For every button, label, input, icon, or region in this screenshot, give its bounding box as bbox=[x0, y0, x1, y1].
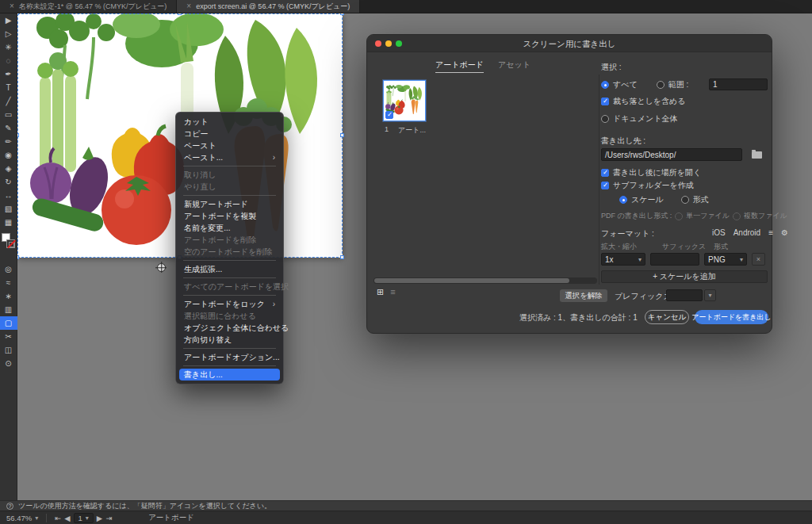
selection-handle[interactable] bbox=[340, 255, 344, 259]
zoom-control[interactable]: 56.47% ▾ bbox=[6, 514, 38, 522]
zoom-tool[interactable]: ⊙ bbox=[0, 357, 17, 370]
menu-item[interactable]: 取り消し › bbox=[176, 169, 283, 181]
horizontal-scrollbar[interactable] bbox=[373, 277, 597, 284]
create-subfolders-checkbox[interactable] bbox=[601, 182, 609, 189]
radio-format[interactable] bbox=[681, 196, 689, 204]
menu-item[interactable]: アートボードオプション... › bbox=[176, 351, 283, 363]
document-tab-export-screen[interactable]: × export screen.ai @ 56.47 % (CMYK/プレビュー… bbox=[177, 0, 360, 13]
add-scale-button[interactable]: + スケールを追加 bbox=[601, 270, 768, 283]
tool-icon: ↔ bbox=[5, 191, 13, 200]
artboard-number-select[interactable]: 1 ▾ bbox=[74, 513, 94, 523]
paintbrush-tool[interactable]: ✎ bbox=[0, 121, 17, 135]
radio-full-document[interactable] bbox=[601, 115, 609, 123]
selection-handle[interactable] bbox=[340, 133, 344, 137]
format-list-icon[interactable]: ≡ bbox=[768, 228, 773, 237]
type-tool[interactable]: T bbox=[0, 81, 17, 94]
menu-item[interactable]: コピー › bbox=[176, 128, 283, 140]
first-artboard-icon[interactable]: ⇤ bbox=[55, 514, 61, 522]
scrollbar-thumb[interactable] bbox=[374, 278, 569, 283]
format-select[interactable]: PNG ▾ bbox=[704, 253, 747, 266]
export-artboards-button[interactable]: アートボードを書き出し bbox=[695, 310, 768, 324]
export-path-input[interactable]: /Users/rws/Desktop/ bbox=[601, 148, 742, 161]
remove-format-button[interactable]: × bbox=[752, 253, 765, 266]
menu-item[interactable]: 新規アートボード › bbox=[176, 198, 283, 210]
help-text: ツールの使用方法を確認するには、「疑問符」アイコンを選択してください。 bbox=[18, 501, 271, 511]
tab-assets[interactable]: アセット bbox=[498, 59, 530, 73]
menu-item[interactable]: アートボードを複製 › bbox=[176, 210, 283, 222]
list-view-icon[interactable]: ≡ bbox=[390, 287, 395, 297]
menu-item[interactable]: やり直し › bbox=[176, 181, 283, 193]
open-location-checkbox[interactable] bbox=[601, 169, 609, 177]
format-settings-gear-icon[interactable]: ⚙ bbox=[781, 228, 788, 237]
menu-item[interactable]: アートボードをロック › bbox=[176, 298, 283, 310]
menu-item[interactable]: 生成拡張... › bbox=[176, 263, 283, 275]
menu-item[interactable]: 選択範囲に合わせる › bbox=[176, 310, 283, 322]
menu-item-label: オブジェクト全体に合わせる bbox=[184, 323, 289, 334]
ios-preset-button[interactable]: iOS bbox=[712, 228, 726, 237]
menu-item[interactable]: 名前を変更... › bbox=[176, 222, 283, 234]
scale-select[interactable]: 1x ▾ bbox=[601, 253, 645, 266]
menu-item[interactable]: ペースト › bbox=[176, 140, 283, 151]
menu-item[interactable]: アートボードを削除 › bbox=[176, 234, 283, 246]
slice-tool[interactable]: ✂ bbox=[0, 330, 17, 343]
menu-item[interactable]: ペースト... › bbox=[176, 151, 283, 163]
magic-wand-tool[interactable]: ✳ bbox=[0, 40, 17, 54]
rotate-tool[interactable]: ↻ bbox=[0, 175, 17, 189]
rectangle-tool[interactable]: ▭ bbox=[0, 108, 17, 121]
artboard-thumbnail[interactable] bbox=[383, 80, 426, 121]
line-segment-tool[interactable]: ╱ bbox=[0, 94, 17, 108]
android-preset-button[interactable]: Android bbox=[733, 228, 760, 237]
width-tool[interactable]: ▧ bbox=[0, 202, 17, 216]
cancel-button[interactable]: キャンセル bbox=[645, 310, 689, 324]
scale-tool[interactable]: ↔ bbox=[0, 189, 17, 202]
radio-scale[interactable] bbox=[619, 196, 627, 204]
zoom-level: 56.47% bbox=[6, 514, 32, 522]
folder-browse-icon[interactable] bbox=[752, 151, 762, 159]
hand-tool[interactable]: ◫ bbox=[0, 343, 17, 357]
menu-item[interactable]: カット › bbox=[176, 116, 283, 128]
submenu-arrow-icon: › bbox=[273, 300, 275, 308]
previous-artboard-icon[interactable]: ◀ bbox=[64, 514, 70, 522]
grid-view-icon[interactable]: ⊞ bbox=[377, 287, 384, 297]
blend-tool[interactable]: ≈ bbox=[0, 276, 17, 289]
deselect-button[interactable]: 選択を解除 bbox=[560, 289, 607, 302]
range-input[interactable]: 1 bbox=[709, 78, 768, 90]
include-bleed-label: 裁ち落としを含める bbox=[613, 96, 685, 107]
shaper-tool[interactable]: ◉ bbox=[0, 148, 17, 162]
menu-item[interactable]: すべてのアートボードを選択 › bbox=[176, 281, 283, 293]
include-bleed-checkbox[interactable] bbox=[601, 98, 609, 105]
radio-range[interactable] bbox=[657, 81, 665, 89]
column-graph-tool[interactable]: ▥ bbox=[0, 303, 17, 316]
symbol-sprayer-tool[interactable]: ∗ bbox=[0, 289, 17, 303]
next-artboard-icon[interactable]: ▶ bbox=[97, 514, 102, 522]
free-transform-tool[interactable]: ▦ bbox=[0, 216, 17, 229]
suffix-input[interactable] bbox=[650, 253, 699, 266]
menu-item[interactable]: 空のアートボードを削除 › bbox=[176, 246, 283, 258]
pdf-format-label: PDF の書き出し形式 : bbox=[601, 211, 672, 221]
tab-artboards[interactable]: アートボード bbox=[435, 59, 484, 73]
close-icon[interactable]: × bbox=[10, 2, 14, 10]
pencil-tool[interactable]: ✏ bbox=[0, 135, 17, 148]
direct-selection-tool[interactable]: ▷ bbox=[0, 27, 17, 40]
thumbnail-checkbox[interactable] bbox=[385, 111, 393, 119]
menu-item[interactable]: 書き出し... › bbox=[179, 369, 280, 381]
document-tab-untitled[interactable]: × 名称未設定-1* @ 56.47 % (CMYK/プレビュー) bbox=[0, 0, 177, 13]
close-icon[interactable]: × bbox=[186, 2, 191, 10]
dialog-titlebar[interactable]: スクリーン用に書き出し bbox=[367, 35, 772, 52]
eraser-tool[interactable]: ◈ bbox=[0, 162, 17, 175]
selection-tool[interactable]: ▶ bbox=[0, 13, 17, 27]
artboard-tool[interactable]: ▢ bbox=[0, 316, 17, 330]
menu-item[interactable]: オブジェクト全体に合わせる › bbox=[176, 322, 283, 334]
eyedropper-tool[interactable]: ◎ bbox=[0, 262, 17, 276]
menu-item[interactable]: 方向切り替え › bbox=[176, 334, 283, 346]
pen-tool[interactable]: ✒ bbox=[0, 67, 17, 81]
artboard-navigation: ⇤ ◀ 1 ▾ ▶ ⇥ bbox=[55, 513, 112, 523]
radio-all[interactable] bbox=[601, 81, 609, 89]
lasso-tool[interactable]: ◌ bbox=[0, 54, 17, 67]
last-artboard-icon[interactable]: ⇥ bbox=[105, 514, 112, 522]
chevron-down-icon: ▾ bbox=[35, 514, 38, 522]
prefix-dropdown-button[interactable]: ▾ bbox=[704, 289, 716, 301]
menu-item-label: すべてのアートボードを選択 bbox=[184, 281, 289, 293]
prefix-input[interactable] bbox=[666, 289, 703, 301]
stroke-color-swatch[interactable] bbox=[6, 239, 15, 248]
